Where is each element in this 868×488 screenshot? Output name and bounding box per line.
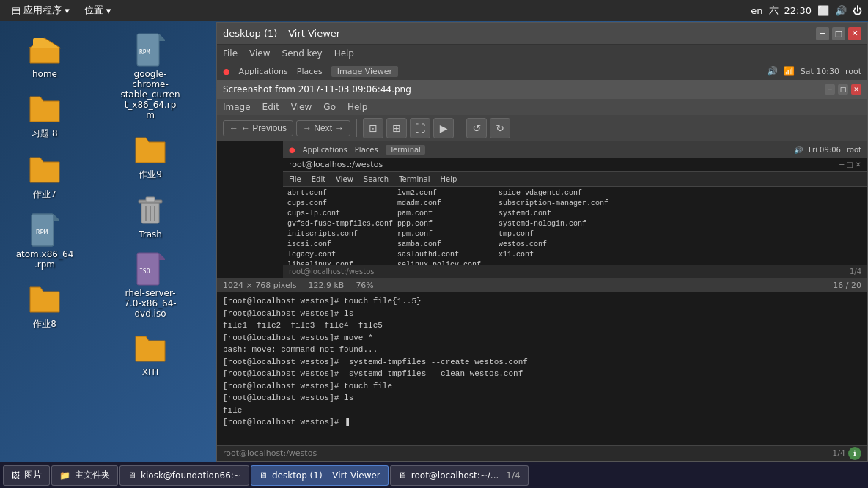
image-viewer-maximize[interactable]: □ — [838, 84, 848, 95]
nested-redhat-icon: ● — [289, 146, 295, 154]
nested-menu-file[interactable]: File — [289, 175, 301, 183]
svg-rect-0 — [33, 38, 45, 47]
virt-viewer-label: desktop (1) – Virt Viewer — [272, 470, 380, 481]
pictures-label: 图片 — [24, 469, 42, 481]
previous-label: ← Previous — [241, 123, 287, 133]
image-viewer-toolbar: ← ← Previous → Next → ⊡ ⊞ ⛶ ▶ ↺ ↻ — [217, 115, 867, 141]
apps-arrow: ▾ — [65, 5, 70, 16]
iv-menu-view[interactable]: View — [291, 102, 312, 112]
svg-marker-15 — [159, 253, 165, 260]
time-display: 22:30 — [784, 5, 812, 16]
inner-places-menu[interactable]: Places — [297, 67, 323, 76]
taskbar-pictures[interactable]: 🖼 图片 — [3, 465, 50, 486]
vm-title: desktop (1) – Virt Viewer — [223, 28, 340, 39]
places-label: 位置 — [84, 4, 103, 17]
nested-min[interactable]: ─ — [839, 160, 844, 169]
terminal-line: cups.conf mdadm.conf subscription-manage… — [287, 199, 863, 209]
image-resolution: 1024 × 768 pixels — [223, 281, 296, 290]
desktop-icon-trash[interactable]: Trash — [117, 190, 183, 243]
nested-window-controls: ─ □ ✕ — [839, 160, 861, 169]
home-label: home — [32, 69, 57, 79]
fullscreen-btn[interactable]: ⛶ — [410, 118, 430, 138]
nested-max[interactable]: □ — [846, 160, 853, 169]
inner-network-icon: 📶 — [784, 66, 795, 76]
nested-terminal-label[interactable]: Terminal — [386, 145, 425, 155]
apps-menu[interactable]: ▤ 应用程序 ▾ — [6, 2, 76, 18]
terminal-line: cups-lp.conf pam.conf systemd.conf — [287, 209, 863, 219]
iv-menu-help[interactable]: Help — [347, 102, 367, 112]
nested-places-label[interactable]: Places — [355, 146, 378, 154]
terminal-pager: 1/4 ℹ — [832, 447, 861, 460]
nested-terminal: ● Applications Places Terminal 🔊 Fri 09:… — [283, 141, 867, 278]
image-viewer-close[interactable]: ✕ — [851, 84, 861, 95]
desktop-icon-rhel[interactable]: ISO rhel-server-7.0-x86_64-dvd.iso — [117, 248, 183, 322]
top-bar-right: en 六 22:30 ⬜ 🔊 ⏻ — [751, 4, 862, 17]
taskbar-terminal1[interactable]: 🖥 kiosk@foundation66:~ — [119, 465, 249, 486]
image-viewer-minimize[interactable]: ─ — [825, 84, 835, 95]
desktop-icon-atom[interactable]: RPM atom.x86_64.rpm — [12, 210, 78, 273]
t-line: [root@localhost westos]# ls — [223, 308, 861, 320]
terminal-line: legacy.conf saslauthd.conf x11.conf — [287, 250, 863, 260]
vm-menu-sendkey[interactable]: Send key — [282, 48, 323, 59]
iv-menu-go[interactable]: Go — [323, 102, 336, 112]
desktop-icon-homework7[interactable]: 作业7 — [12, 149, 78, 204]
vm-menu-help[interactable]: Help — [334, 48, 354, 59]
desktop-icon-home[interactable]: home — [12, 29, 78, 82]
power-icon[interactable]: ⏻ — [853, 5, 862, 16]
volume-icon[interactable]: 🔊 — [835, 5, 847, 16]
nested-menu-help[interactable]: Help — [440, 175, 457, 183]
vm-menu-view[interactable]: View — [249, 48, 270, 59]
zoom-1-btn[interactable]: ⊞ — [386, 118, 407, 138]
previous-button[interactable]: ← ← Previous — [223, 120, 293, 136]
vm-maximize-btn[interactable]: □ — [832, 27, 845, 40]
nested-vol: 🔊 — [794, 146, 803, 154]
main-terminal-tab: root@localhost:/westos — [223, 448, 317, 458]
desktop-icon-grid-col2: RPM google-chrome-stable_current_x86_64.… — [117, 29, 183, 380]
vm-window: desktop (1) – Virt Viewer ─ □ ✕ File Vie… — [216, 22, 868, 462]
desktop-icon-chrome[interactable]: RPM google-chrome-stable_current_x86_64.… — [117, 29, 183, 123]
rotate-cw-btn[interactable]: ↻ — [490, 118, 510, 138]
main-terminal-statusbar: root@localhost:/westos 1/4 ℹ — [217, 445, 867, 461]
nested-close[interactable]: ✕ — [856, 160, 861, 169]
iv-menu-edit[interactable]: Edit — [262, 102, 279, 112]
places-menu[interactable]: 位置 ▾ — [78, 2, 117, 18]
nested-menu-terminal[interactable]: Terminal — [399, 175, 430, 183]
taskbar-terminal2[interactable]: 🖥 root@localhost:~/... 1/4 — [390, 465, 529, 486]
desktop-icon-homework8[interactable]: 作业8 — [12, 278, 78, 333]
display-icon: ⬜ — [817, 5, 829, 16]
nested-menu-view[interactable]: View — [336, 175, 353, 183]
desktop-icon-homework9[interactable]: 作业9 — [117, 129, 183, 184]
xiti-folder-icon — [133, 330, 168, 366]
vm-close-btn[interactable]: ✕ — [848, 27, 861, 40]
next-button[interactable]: → Next → — [296, 120, 350, 136]
image-viewer-menubar: Image Edit View Go Help — [217, 99, 867, 115]
zoom-fit-btn[interactable]: ⊡ — [363, 118, 383, 138]
desktop-icon-exercise8[interactable]: 习题 8 — [12, 88, 78, 143]
taskbar-filemanager[interactable]: 📁 主文件夹 — [51, 465, 118, 486]
nested-apps-label[interactable]: Applications — [303, 146, 347, 154]
nested-time: Fri 09:06 — [809, 146, 841, 154]
nested-window-title: root@localhost:/westos — [289, 160, 383, 169]
vm-minimize-btn[interactable]: ─ — [816, 27, 829, 40]
desktop-icon-xiti[interactable]: XITI — [117, 328, 183, 380]
nested-topbar: ● Applications Places Terminal 🔊 Fri 09:… — [283, 141, 867, 158]
taskbar-virt-viewer[interactable]: 🖥 desktop (1) – Virt Viewer — [251, 465, 389, 486]
vm-window-controls: ─ □ ✕ — [816, 27, 861, 40]
inner-apps-menu[interactable]: Applications — [239, 67, 288, 76]
nested-menu-search[interactable]: Search — [364, 175, 389, 183]
svg-text:RPM: RPM — [139, 49, 150, 56]
nested-menubar: File Edit View Search Terminal Help — [283, 172, 867, 187]
inner-active-app[interactable]: Image Viewer — [331, 66, 398, 77]
homework9-label: 作业9 — [139, 169, 162, 181]
image-viewer-window: Screenshot from 2017-11-03 09:06:44.png … — [217, 80, 867, 292]
trash-label: Trash — [139, 229, 162, 240]
nested-menu-edit[interactable]: Edit — [312, 175, 326, 183]
slideshow-btn[interactable]: ▶ — [433, 118, 454, 138]
t-line: file — [223, 404, 861, 417]
iv-menu-image[interactable]: Image — [223, 102, 251, 112]
nested-user: root — [847, 146, 861, 154]
vm-titlebar: desktop (1) – Virt Viewer ─ □ ✕ — [217, 23, 867, 45]
vm-menu-file[interactable]: File — [223, 48, 238, 59]
homework7-label: 作业7 — [33, 188, 56, 201]
rotate-ccw-btn[interactable]: ↺ — [466, 118, 487, 138]
